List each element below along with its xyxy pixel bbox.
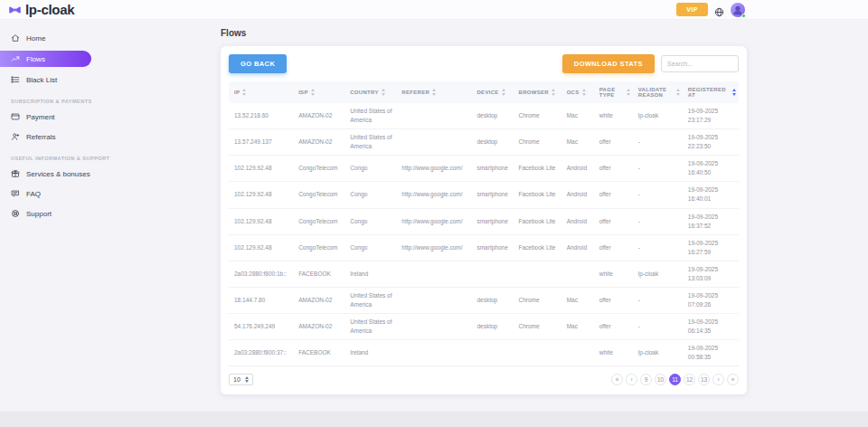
sidebar-item-services-bonuses[interactable]: Services & bonuses bbox=[0, 165, 208, 183]
cell-validate-reason: - bbox=[633, 314, 683, 340]
column-header-device[interactable]: DEVICE bbox=[471, 81, 513, 103]
sidebar-item-black-list[interactable]: Black List bbox=[0, 71, 208, 89]
next-page-button[interactable]: › bbox=[712, 374, 724, 385]
column-header-country[interactable]: COUNTRY bbox=[344, 81, 396, 103]
cell-referer: http://www.google.com/ bbox=[396, 208, 471, 234]
section-title: USEFUL INFORMATION & SUPPORT bbox=[11, 156, 109, 161]
cell-ip: 13.57.249.137 bbox=[229, 129, 293, 156]
cell-ocs bbox=[561, 261, 594, 287]
sidebar-item-support[interactable]: Support bbox=[0, 204, 208, 223]
cell-device: desktop bbox=[471, 314, 513, 340]
go-back-button[interactable]: GO BACK bbox=[229, 54, 287, 73]
page-button-10[interactable]: 10 bbox=[655, 374, 666, 385]
table-row: 102.129.92.48CongoTelecomCongohttp://www… bbox=[229, 156, 739, 182]
column-header-isp[interactable]: ISP bbox=[293, 81, 344, 103]
cell-ocs: Mac bbox=[561, 287, 594, 313]
page-button-9[interactable]: 9 bbox=[640, 374, 652, 385]
cell-browser bbox=[514, 261, 561, 287]
cell-referer bbox=[396, 103, 471, 129]
page-button-13[interactable]: 13 bbox=[698, 374, 710, 385]
prev-page-button[interactable]: ‹ bbox=[626, 374, 637, 385]
chat-bubble-icon bbox=[11, 189, 20, 198]
cell-country: United States of America bbox=[344, 314, 396, 340]
column-header-validate-reason[interactable]: VALIDATE REASON bbox=[633, 81, 683, 103]
last-page-button[interactable]: » bbox=[727, 374, 739, 385]
cell-registered-at: 19-09-2025 16:40:01 bbox=[683, 182, 739, 208]
sidebar-item-label: Support bbox=[26, 210, 52, 218]
cell-ip: 102.129.92.48 bbox=[229, 208, 293, 234]
sidebar-section-subscription: SUBSCRIPTION & PAYMENTS bbox=[0, 99, 208, 104]
column-header-ip[interactable]: IP bbox=[229, 81, 293, 103]
cell-registered-at: 19-09-2025 07:09:26 bbox=[683, 287, 739, 313]
column-header-registered-at[interactable]: REGISTERED AT bbox=[683, 81, 739, 103]
payment-icon bbox=[11, 112, 20, 121]
cell-referer: http://www.google.com/ bbox=[396, 182, 471, 208]
table-row: 18.144.7.80AMAZON-02United States of Ame… bbox=[229, 287, 739, 313]
table-header-row: IPISPCOUNTRYREFERERDEVICEBROWSEROCSPAGE … bbox=[229, 81, 739, 103]
cell-device: smartphone bbox=[471, 234, 513, 261]
sidebar-item-label: Services & bonuses bbox=[26, 170, 90, 178]
page-title: Flows bbox=[221, 28, 868, 38]
app-logo[interactable]: lp-cloak bbox=[8, 2, 74, 17]
cell-device: smartphone bbox=[471, 156, 513, 182]
cell-isp: CongoTelecom bbox=[293, 156, 344, 182]
cell-country: United States of America bbox=[344, 129, 396, 156]
table-row: 54.176.249.249AMAZON-02United States of … bbox=[229, 314, 739, 340]
cell-referer bbox=[396, 129, 471, 156]
cell-ocs: Mac bbox=[561, 103, 594, 129]
page-size-select[interactable]: 10 bbox=[229, 374, 253, 385]
flows-card: GO BACK DOWNLOAD STATS IPISPCOUNTRYREFER… bbox=[221, 46, 747, 394]
user-avatar[interactable] bbox=[731, 3, 745, 17]
cell-browser: Chrome bbox=[514, 314, 561, 340]
sidebar-item-label: Black List bbox=[26, 76, 57, 84]
section-title: SUBSCRIPTION & PAYMENTS bbox=[11, 99, 92, 104]
sidebar-item-flows[interactable]: Flows bbox=[0, 51, 91, 67]
card-footer: 10 «‹910111213›» bbox=[221, 366, 747, 394]
sidebar-item-home[interactable]: Home bbox=[0, 29, 208, 47]
cell-country: Ireland bbox=[344, 261, 396, 287]
cell-browser: Facebook Lite bbox=[514, 182, 561, 208]
sidebar-item-referrals[interactable]: Referrals bbox=[0, 128, 208, 146]
sidebar-item-faq[interactable]: FAQ bbox=[0, 185, 208, 203]
table-row: 2a03:2880:f800:1b::FACEBOOKIrelandwhitel… bbox=[229, 261, 739, 287]
cell-device: desktop bbox=[471, 287, 513, 313]
sidebar-item-payment[interactable]: Payment bbox=[0, 108, 208, 126]
cell-ip: 2a03:2880:f800:1b:: bbox=[229, 261, 293, 287]
cell-registered-at: 19-09-2025 22:23:50 bbox=[683, 129, 739, 156]
cell-page-type: offer bbox=[594, 208, 633, 234]
flows-table: IPISPCOUNTRYREFERERDEVICEBROWSEROCSPAGE … bbox=[229, 81, 739, 366]
cell-isp: FACEBOOK bbox=[293, 261, 344, 287]
table-row: 13.57.249.137AMAZON-02United States of A… bbox=[229, 129, 739, 156]
column-header-browser[interactable]: BROWSER bbox=[514, 81, 561, 103]
home-icon bbox=[11, 33, 20, 43]
column-header-page-type[interactable]: PAGE TYPE bbox=[594, 81, 633, 103]
vip-button[interactable]: VIP bbox=[676, 3, 708, 16]
cell-isp: FACEBOOK bbox=[293, 340, 344, 366]
cell-device bbox=[471, 261, 513, 287]
cell-country: Congo bbox=[344, 208, 396, 234]
first-page-button[interactable]: « bbox=[611, 374, 623, 385]
page-button-12[interactable]: 12 bbox=[684, 374, 695, 385]
cell-isp: AMAZON-02 bbox=[293, 287, 344, 313]
download-stats-button[interactable]: DOWNLOAD STATS bbox=[562, 54, 655, 73]
pagination: «‹910111213›» bbox=[611, 374, 739, 385]
column-header-ocs[interactable]: OCS bbox=[561, 81, 594, 103]
language-globe-icon[interactable] bbox=[714, 5, 724, 14]
search-input[interactable] bbox=[661, 55, 739, 72]
cell-validate-reason: - bbox=[633, 182, 683, 208]
cell-device: desktop bbox=[471, 103, 513, 129]
cell-country: Ireland bbox=[344, 340, 396, 366]
cell-validate-reason: - bbox=[633, 234, 683, 261]
cell-page-type: offer bbox=[594, 129, 633, 156]
sort-icon bbox=[627, 89, 630, 96]
sidebar-item-label: FAQ bbox=[26, 190, 41, 198]
sort-icon bbox=[552, 89, 555, 96]
cell-device: smartphone bbox=[471, 182, 513, 208]
page-button-11[interactable]: 11 bbox=[669, 374, 681, 385]
cell-country: Congo bbox=[344, 182, 396, 208]
column-header-referer[interactable]: REFERER bbox=[396, 81, 471, 103]
cell-validate-reason: - bbox=[633, 208, 683, 234]
cell-validate-reason: lp-cloak bbox=[633, 261, 683, 287]
cell-referer bbox=[396, 261, 471, 287]
cell-country: Congo bbox=[344, 234, 396, 261]
